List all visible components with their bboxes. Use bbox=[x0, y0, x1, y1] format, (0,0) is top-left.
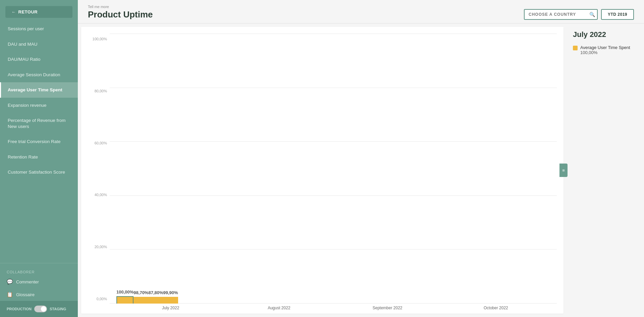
sidebar-item-dau-mau-ratio[interactable]: DAU/MAU Ratio bbox=[0, 52, 78, 67]
x-axis-label: September 2022 bbox=[351, 306, 424, 310]
y-axis-label: 0,00% bbox=[88, 297, 110, 301]
bar-group-october-2022[interactable]: 99,90% bbox=[163, 34, 178, 304]
right-panel: July 2022 Average User Time Spent100,00% bbox=[567, 24, 644, 317]
bars-grid: 100,00%98,70%87,80%99,90% bbox=[110, 34, 557, 304]
y-axis-label: 100,00% bbox=[88, 37, 110, 41]
sidebar-item-csat[interactable]: Customer Satisfaction Score bbox=[0, 165, 78, 180]
page-title: Product Uptime bbox=[88, 9, 153, 20]
page-subtitle: Tell me more bbox=[88, 5, 153, 9]
ytd-button[interactable]: YTD 2019 bbox=[601, 9, 634, 20]
y-axis-label: 80,00% bbox=[88, 89, 110, 93]
x-axis-label: August 2022 bbox=[242, 306, 316, 310]
sidebar-item-avg-session[interactable]: Average Session Duration bbox=[0, 67, 78, 83]
country-search-input[interactable] bbox=[524, 9, 598, 20]
sidebar-item-avg-time[interactable]: Average User Time Spent bbox=[0, 82, 78, 98]
back-icon bbox=[11, 9, 16, 14]
commenter-label: Commenter bbox=[16, 279, 39, 284]
bars-row: 100,00%98,70%87,80%99,90% bbox=[110, 34, 185, 304]
legend-value: 100,00% bbox=[580, 50, 630, 55]
header-controls: 🔍 YTD 2019 bbox=[524, 9, 634, 20]
legend-item: Average User Time Spent100,00% bbox=[573, 45, 638, 55]
y-axis-label: 20,00% bbox=[88, 245, 110, 249]
sidebar-item-sessions[interactable]: Sessions per user bbox=[0, 21, 78, 37]
bar-value: 100,00% bbox=[116, 289, 133, 295]
chart-area: 100,00%80,00%60,00%40,00%20,00%0,00% 100… bbox=[88, 34, 557, 310]
title-group: Tell me more Product Uptime bbox=[88, 5, 153, 20]
retour-button[interactable]: RETOUR bbox=[5, 6, 72, 18]
production-label: PRODUCTION bbox=[7, 307, 32, 311]
collab-section-label: Collaborer bbox=[0, 265, 78, 275]
header: Tell me more Product Uptime 🔍 YTD 2019 bbox=[78, 0, 644, 24]
glossary-icon: 📋 bbox=[7, 291, 13, 298]
env-toggle[interactable] bbox=[34, 306, 47, 312]
y-axis: 100,00%80,00%60,00%40,00%20,00%0,00% bbox=[88, 34, 110, 310]
x-axis: July 2022August 2022September 2022Octobe… bbox=[110, 304, 557, 310]
sidebar: RETOUR Sessions per userDAU and MAUDAU/M… bbox=[0, 0, 78, 317]
country-search-wrapper: 🔍 bbox=[524, 9, 598, 20]
legend-color-swatch bbox=[573, 46, 578, 50]
bar-group-september-2022[interactable]: 87,80% bbox=[148, 34, 163, 304]
x-axis-label: October 2022 bbox=[459, 306, 533, 310]
sidebar-nav: Sessions per userDAU and MAUDAU/MAU Rati… bbox=[0, 21, 78, 261]
chart-container: ≡ 100,00%80,00%60,00%40,00%20,00%0,00% 1… bbox=[78, 24, 644, 317]
bar-group-august-2022[interactable]: 98,70% bbox=[133, 34, 148, 304]
sidebar-item-glossaire[interactable]: 📋 Glossaire bbox=[0, 288, 78, 301]
bars-container: 100,00%98,70%87,80%99,90% July 2022Augus… bbox=[110, 34, 557, 310]
collapse-tab[interactable]: ≡ bbox=[559, 164, 568, 177]
y-axis-label: 60,00% bbox=[88, 141, 110, 145]
sidebar-item-dau-mau[interactable]: DAU and MAU bbox=[0, 37, 78, 52]
sidebar-item-retention[interactable]: Retention Rate bbox=[0, 149, 78, 165]
comment-icon: 💬 bbox=[7, 279, 13, 285]
bar bbox=[163, 297, 178, 304]
x-axis-label: July 2022 bbox=[134, 306, 208, 310]
bar-value: 98,70% bbox=[133, 290, 148, 295]
bar bbox=[133, 297, 148, 304]
sidebar-item-expansion[interactable]: Expansion revenue bbox=[0, 98, 78, 113]
retour-label: RETOUR bbox=[18, 9, 38, 14]
legend-label: Average User Time Spent bbox=[580, 45, 630, 50]
panel-month-title: July 2022 bbox=[573, 30, 638, 39]
main-content: Tell me more Product Uptime 🔍 YTD 2019 ≡… bbox=[78, 0, 644, 317]
staging-label: STAGING bbox=[50, 307, 66, 311]
sidebar-item-pct-revenue[interactable]: Percentage of Revenue from New users bbox=[0, 113, 78, 134]
bar-group-july-2022[interactable]: 100,00% bbox=[116, 34, 133, 304]
bar-value: 87,80% bbox=[148, 290, 163, 295]
chart-main: ≡ 100,00%80,00%60,00%40,00%20,00%0,00% 1… bbox=[81, 27, 564, 314]
sidebar-item-commenter[interactable]: 💬 Commenter bbox=[0, 275, 78, 288]
bar-value: 99,90% bbox=[163, 290, 178, 295]
bar bbox=[148, 297, 163, 304]
sidebar-divider bbox=[0, 263, 78, 263]
env-switcher: PRODUCTION STAGING bbox=[0, 301, 78, 317]
y-axis-label: 40,00% bbox=[88, 193, 110, 197]
bar bbox=[117, 297, 133, 304]
legend-container: Average User Time Spent100,00% bbox=[573, 45, 638, 58]
collapse-icon: ≡ bbox=[562, 168, 565, 173]
glossaire-label: Glossaire bbox=[16, 292, 35, 297]
sidebar-item-free-trial[interactable]: Free trial Conversion Rate bbox=[0, 134, 78, 149]
